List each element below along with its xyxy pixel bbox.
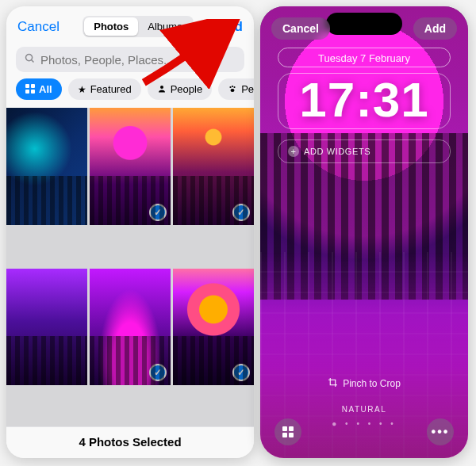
- photo-thumb: [90, 269, 171, 386]
- svg-line-1: [32, 60, 34, 63]
- svg-point-10: [231, 89, 235, 92]
- add-button[interactable]: Add: [217, 19, 243, 35]
- wallpaper-editor-phone: Cancel Add Tuesday 7 February 17:31 + AD…: [260, 6, 468, 458]
- photo-cell[interactable]: [6, 269, 87, 386]
- selection-count: 4 Photos Selected: [6, 426, 254, 458]
- selection-check-icon[interactable]: [232, 204, 250, 221]
- filter-featured[interactable]: ★ Featured: [68, 78, 141, 100]
- picker-top-bar: Cancel Photos Albums Add: [6, 6, 254, 42]
- photo-cell[interactable]: [6, 108, 87, 225]
- photo-thumb: [90, 108, 171, 225]
- svg-rect-5: [31, 90, 35, 94]
- filter-chips-row[interactable]: All ★ Featured People Pets: [6, 78, 254, 108]
- svg-point-0: [26, 55, 33, 61]
- search-input[interactable]: [40, 53, 236, 67]
- filter-all[interactable]: All: [16, 78, 62, 100]
- editor-cancel-button[interactable]: Cancel: [271, 17, 330, 40]
- cancel-button[interactable]: Cancel: [17, 19, 60, 35]
- color-style-label[interactable]: NATURAL: [260, 405, 468, 414]
- photo-grid[interactable]: [6, 108, 254, 426]
- filter-pets[interactable]: Pets: [218, 78, 254, 100]
- photo-cell[interactable]: [90, 269, 171, 386]
- photo-thumb: [6, 108, 87, 225]
- plus-icon: +: [288, 146, 299, 157]
- segment-photos[interactable]: Photos: [84, 17, 138, 36]
- photo-thumb: [6, 269, 87, 386]
- editor-add-button[interactable]: Add: [413, 17, 457, 40]
- filter-featured-label: Featured: [90, 83, 132, 95]
- star-icon: ★: [78, 85, 86, 94]
- selection-check-icon[interactable]: [149, 364, 167, 381]
- photo-cell[interactable]: [173, 108, 254, 225]
- filter-all-label: All: [39, 83, 52, 95]
- editor-top-bar: Cancel Add: [260, 17, 468, 40]
- filter-pets-label: Pets: [241, 83, 254, 95]
- photo-thumb: [173, 108, 254, 225]
- pinch-label: Pinch to Crop: [343, 378, 401, 389]
- selection-check-icon[interactable]: [232, 364, 250, 381]
- paw-icon: [228, 84, 237, 95]
- grid-icon: [25, 84, 35, 95]
- crop-icon: [328, 377, 338, 390]
- svg-point-9: [234, 86, 236, 87]
- person-icon: [157, 84, 167, 95]
- svg-point-7: [230, 86, 232, 87]
- photos-albums-segmented[interactable]: Photos Albums: [83, 16, 193, 37]
- selection-check-icon[interactable]: [149, 204, 167, 221]
- more-options-button[interactable]: •••: [427, 418, 454, 445]
- add-widgets-button[interactable]: + ADD WIDGETS: [278, 139, 451, 163]
- search-icon: [24, 52, 36, 67]
- segment-albums[interactable]: Albums: [138, 17, 191, 36]
- svg-rect-4: [25, 90, 29, 94]
- lock-screen-date[interactable]: Tuesday 7 February: [278, 48, 451, 67]
- ellipsis-icon: •••: [432, 425, 450, 439]
- photo-shuffle-button[interactable]: [274, 418, 301, 445]
- svg-rect-2: [25, 84, 29, 88]
- svg-point-6: [160, 86, 163, 89]
- photo-cell[interactable]: [173, 269, 254, 386]
- photo-cell[interactable]: [90, 108, 171, 225]
- photo-thumb: [173, 269, 254, 386]
- svg-point-8: [232, 85, 233, 86]
- pinch-to-crop-hint: Pinch to Crop: [260, 377, 468, 390]
- search-field[interactable]: [16, 47, 244, 72]
- lock-screen-time[interactable]: 17:31: [278, 73, 451, 129]
- filter-people-label: People: [171, 83, 202, 95]
- svg-rect-3: [31, 84, 35, 88]
- add-widgets-label: ADD WIDGETS: [304, 147, 370, 156]
- grid-icon: [282, 426, 294, 437]
- filter-people[interactable]: People: [148, 78, 212, 100]
- photo-picker-phone: Cancel Photos Albums Add All ★ Feature: [6, 6, 254, 458]
